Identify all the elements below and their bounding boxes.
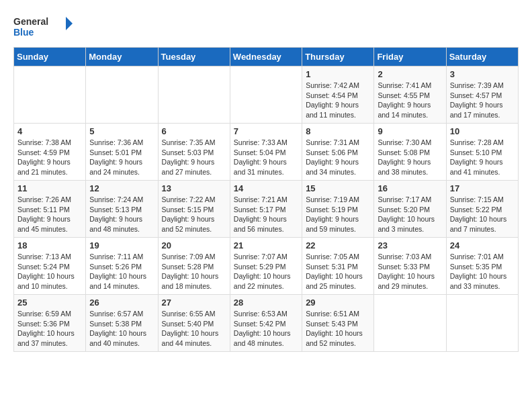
day-number: 1 bbox=[306, 69, 370, 79]
calendar-cell: 20Sunrise: 7:09 AM Sunset: 5:28 PM Dayli… bbox=[158, 238, 230, 295]
day-number: 23 bbox=[378, 240, 442, 250]
calendar-weekday-header: Thursday bbox=[302, 48, 374, 66]
calendar-cell: 28Sunrise: 6:53 AM Sunset: 5:42 PM Dayli… bbox=[230, 295, 302, 352]
day-number: 21 bbox=[234, 240, 298, 250]
day-number: 29 bbox=[306, 298, 370, 308]
calendar-cell: 17Sunrise: 7:15 AM Sunset: 5:22 PM Dayli… bbox=[446, 181, 518, 238]
calendar-weekday-header: Monday bbox=[86, 48, 158, 66]
calendar-cell: 6Sunrise: 7:35 AM Sunset: 5:03 PM Daylig… bbox=[158, 124, 230, 181]
calendar-cell: 8Sunrise: 7:31 AM Sunset: 5:06 PM Daylig… bbox=[302, 124, 374, 181]
day-number: 2 bbox=[378, 69, 442, 79]
calendar-cell bbox=[374, 295, 446, 352]
day-number: 6 bbox=[162, 126, 226, 136]
calendar-cell: 1Sunrise: 7:42 AM Sunset: 4:54 PM Daylig… bbox=[302, 66, 374, 124]
calendar-cell: 16Sunrise: 7:17 AM Sunset: 5:20 PM Dayli… bbox=[374, 181, 446, 238]
day-number: 10 bbox=[450, 126, 515, 136]
logo-svg: General Blue bbox=[13, 13, 74, 40]
calendar-week-row: 1Sunrise: 7:42 AM Sunset: 4:54 PM Daylig… bbox=[14, 66, 519, 124]
day-info: Sunrise: 7:09 AM Sunset: 5:28 PM Dayligh… bbox=[162, 252, 226, 291]
day-info: Sunrise: 7:24 AM Sunset: 5:13 PM Dayligh… bbox=[89, 195, 154, 234]
calendar-cell: 7Sunrise: 7:33 AM Sunset: 5:04 PM Daylig… bbox=[230, 124, 302, 181]
day-number: 20 bbox=[162, 240, 226, 250]
day-info: Sunrise: 7:41 AM Sunset: 4:55 PM Dayligh… bbox=[378, 81, 442, 120]
day-number: 13 bbox=[162, 183, 226, 193]
calendar-weekday-header: Saturday bbox=[446, 48, 518, 66]
day-number: 27 bbox=[162, 298, 226, 308]
day-info: Sunrise: 7:21 AM Sunset: 5:17 PM Dayligh… bbox=[234, 195, 298, 234]
calendar-cell: 10Sunrise: 7:28 AM Sunset: 5:10 PM Dayli… bbox=[446, 124, 518, 181]
calendar-cell: 5Sunrise: 7:36 AM Sunset: 5:01 PM Daylig… bbox=[86, 124, 158, 181]
day-number: 15 bbox=[306, 183, 370, 193]
day-info: Sunrise: 7:28 AM Sunset: 5:10 PM Dayligh… bbox=[450, 138, 515, 177]
calendar-cell: 23Sunrise: 7:03 AM Sunset: 5:33 PM Dayli… bbox=[374, 238, 446, 295]
day-number: 14 bbox=[234, 183, 298, 193]
day-number: 12 bbox=[89, 183, 154, 193]
page-header: General Blue bbox=[13, 13, 519, 40]
day-info: Sunrise: 7:31 AM Sunset: 5:06 PM Dayligh… bbox=[306, 138, 370, 177]
calendar-cell: 18Sunrise: 7:13 AM Sunset: 5:24 PM Dayli… bbox=[14, 238, 86, 295]
day-number: 28 bbox=[234, 298, 298, 308]
day-number: 5 bbox=[89, 126, 154, 136]
svg-text:General: General bbox=[13, 16, 48, 27]
day-info: Sunrise: 6:53 AM Sunset: 5:42 PM Dayligh… bbox=[234, 309, 298, 349]
day-number: 22 bbox=[306, 240, 370, 250]
day-info: Sunrise: 7:03 AM Sunset: 5:33 PM Dayligh… bbox=[378, 252, 442, 291]
day-number: 16 bbox=[378, 183, 442, 193]
day-info: Sunrise: 7:26 AM Sunset: 5:11 PM Dayligh… bbox=[17, 195, 82, 234]
calendar-cell: 14Sunrise: 7:21 AM Sunset: 5:17 PM Dayli… bbox=[230, 181, 302, 238]
svg-marker-2 bbox=[66, 17, 73, 30]
day-info: Sunrise: 7:15 AM Sunset: 5:22 PM Dayligh… bbox=[450, 195, 515, 234]
calendar-weekday-header: Wednesday bbox=[230, 48, 302, 66]
calendar-cell: 27Sunrise: 6:55 AM Sunset: 5:40 PM Dayli… bbox=[158, 295, 230, 352]
calendar-week-row: 25Sunrise: 6:59 AM Sunset: 5:36 PM Dayli… bbox=[14, 295, 519, 352]
day-info: Sunrise: 7:35 AM Sunset: 5:03 PM Dayligh… bbox=[162, 138, 226, 177]
calendar-cell: 12Sunrise: 7:24 AM Sunset: 5:13 PM Dayli… bbox=[86, 181, 158, 238]
svg-text:Blue: Blue bbox=[13, 27, 34, 38]
calendar-cell: 15Sunrise: 7:19 AM Sunset: 5:19 PM Dayli… bbox=[302, 181, 374, 238]
calendar-cell: 11Sunrise: 7:26 AM Sunset: 5:11 PM Dayli… bbox=[14, 181, 86, 238]
calendar-table: SundayMondayTuesdayWednesdayThursdayFrid… bbox=[13, 47, 519, 352]
calendar-week-row: 4Sunrise: 7:38 AM Sunset: 4:59 PM Daylig… bbox=[14, 124, 519, 181]
day-info: Sunrise: 7:05 AM Sunset: 5:31 PM Dayligh… bbox=[306, 252, 370, 291]
calendar-cell bbox=[230, 66, 302, 124]
day-info: Sunrise: 7:13 AM Sunset: 5:24 PM Dayligh… bbox=[17, 252, 82, 291]
day-info: Sunrise: 6:51 AM Sunset: 5:43 PM Dayligh… bbox=[306, 309, 370, 349]
day-info: Sunrise: 6:57 AM Sunset: 5:38 PM Dayligh… bbox=[89, 309, 154, 349]
calendar-cell bbox=[14, 66, 86, 124]
calendar-cell: 19Sunrise: 7:11 AM Sunset: 5:26 PM Dayli… bbox=[86, 238, 158, 295]
calendar-header-row: SundayMondayTuesdayWednesdayThursdayFrid… bbox=[14, 48, 519, 66]
calendar-cell: 29Sunrise: 6:51 AM Sunset: 5:43 PM Dayli… bbox=[302, 295, 374, 352]
calendar-week-row: 18Sunrise: 7:13 AM Sunset: 5:24 PM Dayli… bbox=[14, 238, 519, 295]
day-info: Sunrise: 7:17 AM Sunset: 5:20 PM Dayligh… bbox=[378, 195, 442, 234]
day-number: 8 bbox=[306, 126, 370, 136]
day-info: Sunrise: 7:07 AM Sunset: 5:29 PM Dayligh… bbox=[234, 252, 298, 291]
calendar-weekday-header: Friday bbox=[374, 48, 446, 66]
calendar-cell: 24Sunrise: 7:01 AM Sunset: 5:35 PM Dayli… bbox=[446, 238, 518, 295]
calendar-cell: 9Sunrise: 7:30 AM Sunset: 5:08 PM Daylig… bbox=[374, 124, 446, 181]
calendar-cell: 22Sunrise: 7:05 AM Sunset: 5:31 PM Dayli… bbox=[302, 238, 374, 295]
day-info: Sunrise: 7:36 AM Sunset: 5:01 PM Dayligh… bbox=[89, 138, 154, 177]
day-number: 17 bbox=[450, 183, 515, 193]
calendar-cell bbox=[158, 66, 230, 124]
day-info: Sunrise: 7:38 AM Sunset: 4:59 PM Dayligh… bbox=[17, 138, 82, 177]
calendar-weekday-header: Sunday bbox=[14, 48, 86, 66]
day-number: 11 bbox=[17, 183, 82, 193]
day-info: Sunrise: 7:19 AM Sunset: 5:19 PM Dayligh… bbox=[306, 195, 370, 234]
logo: General Blue bbox=[13, 13, 74, 40]
day-info: Sunrise: 6:59 AM Sunset: 5:36 PM Dayligh… bbox=[17, 309, 82, 349]
calendar-cell bbox=[446, 295, 518, 352]
calendar-cell: 4Sunrise: 7:38 AM Sunset: 4:59 PM Daylig… bbox=[14, 124, 86, 181]
day-number: 25 bbox=[17, 298, 82, 308]
day-info: Sunrise: 7:01 AM Sunset: 5:35 PM Dayligh… bbox=[450, 252, 515, 291]
calendar-cell: 13Sunrise: 7:22 AM Sunset: 5:15 PM Dayli… bbox=[158, 181, 230, 238]
day-number: 18 bbox=[17, 240, 82, 250]
calendar-cell: 26Sunrise: 6:57 AM Sunset: 5:38 PM Dayli… bbox=[86, 295, 158, 352]
day-info: Sunrise: 7:33 AM Sunset: 5:04 PM Dayligh… bbox=[234, 138, 298, 177]
day-number: 3 bbox=[450, 69, 515, 79]
day-number: 7 bbox=[234, 126, 298, 136]
calendar-cell bbox=[86, 66, 158, 124]
day-info: Sunrise: 7:39 AM Sunset: 4:57 PM Dayligh… bbox=[450, 81, 515, 120]
calendar-weekday-header: Tuesday bbox=[158, 48, 230, 66]
day-info: Sunrise: 7:42 AM Sunset: 4:54 PM Dayligh… bbox=[306, 81, 370, 120]
day-info: Sunrise: 7:11 AM Sunset: 5:26 PM Dayligh… bbox=[89, 252, 154, 291]
